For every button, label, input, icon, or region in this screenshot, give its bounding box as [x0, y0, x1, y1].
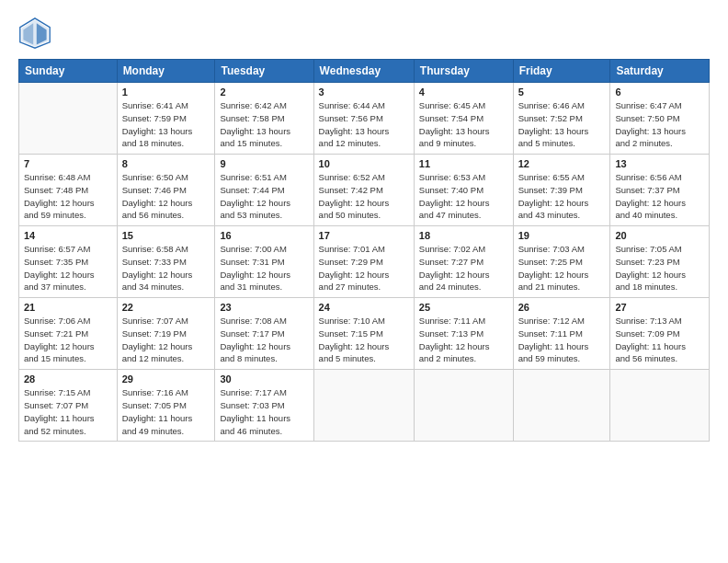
calendar-cell: 10Sunrise: 6:52 AM Sunset: 7:42 PM Dayli…: [313, 155, 414, 226]
day-info: Sunrise: 7:01 AM Sunset: 7:29 PM Dayligh…: [319, 243, 409, 293]
day-info: Sunrise: 6:56 AM Sunset: 7:37 PM Dayligh…: [615, 171, 704, 222]
day-info: Sunrise: 6:57 AM Sunset: 7:35 PM Dayligh…: [24, 243, 112, 293]
calendar-cell: 13Sunrise: 6:56 AM Sunset: 7:37 PM Dayli…: [610, 155, 710, 226]
calendar-header-cell: Saturday: [610, 60, 710, 83]
day-info: Sunrise: 6:44 AM Sunset: 7:56 PM Dayligh…: [319, 99, 409, 150]
calendar-cell: 16Sunrise: 7:00 AM Sunset: 7:31 PM Dayli…: [215, 226, 313, 298]
day-number: 27: [615, 302, 704, 313]
day-number: 30: [220, 373, 308, 385]
calendar-cell: 5Sunrise: 6:46 AM Sunset: 7:52 PM Daylig…: [513, 83, 610, 155]
day-info: Sunrise: 6:52 AM Sunset: 7:42 PM Dayligh…: [319, 171, 409, 222]
day-number: 18: [419, 230, 508, 241]
day-info: Sunrise: 7:07 AM Sunset: 7:19 PM Dayligh…: [122, 315, 210, 365]
week-row: 28Sunrise: 7:15 AM Sunset: 7:07 PM Dayli…: [19, 370, 710, 442]
calendar-header-cell: Sunday: [19, 60, 118, 83]
day-info: Sunrise: 7:10 AM Sunset: 7:15 PM Dayligh…: [319, 315, 409, 365]
day-info: Sunrise: 6:42 AM Sunset: 7:58 PM Dayligh…: [220, 99, 308, 150]
day-info: Sunrise: 7:03 AM Sunset: 7:25 PM Dayligh…: [518, 243, 606, 293]
day-info: Sunrise: 6:45 AM Sunset: 7:54 PM Dayligh…: [419, 99, 508, 150]
week-row: 1Sunrise: 6:41 AM Sunset: 7:59 PM Daylig…: [19, 83, 710, 155]
day-number: 4: [419, 86, 508, 98]
calendar-cell: [313, 370, 414, 442]
day-number: 15: [122, 230, 210, 241]
day-number: 17: [319, 230, 409, 241]
calendar-cell: 4Sunrise: 6:45 AM Sunset: 7:54 PM Daylig…: [414, 83, 513, 155]
calendar-cell: 17Sunrise: 7:01 AM Sunset: 7:29 PM Dayli…: [313, 226, 414, 298]
calendar-cell: 20Sunrise: 7:05 AM Sunset: 7:23 PM Dayli…: [610, 226, 710, 298]
day-number: 24: [319, 302, 409, 313]
day-number: 8: [122, 158, 210, 169]
day-number: 3: [319, 86, 409, 98]
calendar-header-cell: Monday: [117, 60, 215, 83]
calendar-cell: 22Sunrise: 7:07 AM Sunset: 7:19 PM Dayli…: [117, 298, 215, 370]
day-number: 21: [24, 302, 112, 313]
logo-icon: [18, 17, 51, 50]
day-number: 12: [518, 158, 606, 169]
day-info: Sunrise: 6:47 AM Sunset: 7:50 PM Dayligh…: [615, 99, 704, 150]
day-info: Sunrise: 7:05 AM Sunset: 7:23 PM Dayligh…: [615, 243, 704, 293]
day-number: 13: [615, 158, 704, 169]
calendar-cell: 19Sunrise: 7:03 AM Sunset: 7:25 PM Dayli…: [513, 226, 610, 298]
week-row: 21Sunrise: 7:06 AM Sunset: 7:21 PM Dayli…: [19, 298, 710, 370]
calendar-cell: 23Sunrise: 7:08 AM Sunset: 7:17 PM Dayli…: [215, 298, 313, 370]
day-info: Sunrise: 6:50 AM Sunset: 7:46 PM Dayligh…: [122, 171, 210, 222]
calendar-header-cell: Friday: [513, 60, 610, 83]
logo: [18, 17, 57, 50]
day-number: 25: [419, 302, 508, 313]
calendar-cell: [19, 83, 118, 155]
calendar-cell: [414, 370, 513, 442]
day-info: Sunrise: 7:11 AM Sunset: 7:13 PM Dayligh…: [419, 315, 508, 365]
day-number: 23: [220, 302, 308, 313]
day-info: Sunrise: 7:06 AM Sunset: 7:21 PM Dayligh…: [24, 315, 112, 365]
day-number: 7: [24, 158, 112, 169]
day-number: 9: [220, 158, 308, 169]
calendar-cell: 25Sunrise: 7:11 AM Sunset: 7:13 PM Dayli…: [414, 298, 513, 370]
day-info: Sunrise: 7:02 AM Sunset: 7:27 PM Dayligh…: [419, 243, 508, 293]
day-number: 1: [122, 86, 210, 98]
day-info: Sunrise: 7:12 AM Sunset: 7:11 PM Dayligh…: [518, 315, 606, 365]
calendar-header-cell: Tuesday: [215, 60, 313, 83]
day-number: 10: [319, 158, 409, 169]
calendar-table: SundayMondayTuesdayWednesdayThursdayFrid…: [18, 59, 710, 442]
day-info: Sunrise: 6:58 AM Sunset: 7:33 PM Dayligh…: [122, 243, 210, 293]
calendar-cell: 3Sunrise: 6:44 AM Sunset: 7:56 PM Daylig…: [313, 83, 414, 155]
day-info: Sunrise: 6:48 AM Sunset: 7:48 PM Dayligh…: [24, 171, 112, 222]
calendar-cell: 11Sunrise: 6:53 AM Sunset: 7:40 PM Dayli…: [414, 155, 513, 226]
calendar-cell: 27Sunrise: 7:13 AM Sunset: 7:09 PM Dayli…: [610, 298, 710, 370]
calendar-cell: [513, 370, 610, 442]
day-number: 5: [518, 86, 606, 98]
calendar-cell: 7Sunrise: 6:48 AM Sunset: 7:48 PM Daylig…: [19, 155, 118, 226]
day-info: Sunrise: 7:13 AM Sunset: 7:09 PM Dayligh…: [615, 315, 704, 365]
calendar-cell: 12Sunrise: 6:55 AM Sunset: 7:39 PM Dayli…: [513, 155, 610, 226]
calendar-cell: 1Sunrise: 6:41 AM Sunset: 7:59 PM Daylig…: [117, 83, 215, 155]
calendar-cell: 28Sunrise: 7:15 AM Sunset: 7:07 PM Dayli…: [19, 370, 118, 442]
calendar-cell: 14Sunrise: 6:57 AM Sunset: 7:35 PM Dayli…: [19, 226, 118, 298]
calendar-cell: 18Sunrise: 7:02 AM Sunset: 7:27 PM Dayli…: [414, 226, 513, 298]
calendar-cell: 24Sunrise: 7:10 AM Sunset: 7:15 PM Dayli…: [313, 298, 414, 370]
week-row: 7Sunrise: 6:48 AM Sunset: 7:48 PM Daylig…: [19, 155, 710, 226]
calendar-cell: 30Sunrise: 7:17 AM Sunset: 7:03 PM Dayli…: [215, 370, 313, 442]
calendar-cell: 21Sunrise: 7:06 AM Sunset: 7:21 PM Dayli…: [19, 298, 118, 370]
day-info: Sunrise: 7:17 AM Sunset: 7:03 PM Dayligh…: [220, 386, 308, 437]
calendar-cell: 29Sunrise: 7:16 AM Sunset: 7:05 PM Dayli…: [117, 370, 215, 442]
day-info: Sunrise: 7:15 AM Sunset: 7:07 PM Dayligh…: [24, 386, 112, 437]
day-info: Sunrise: 6:53 AM Sunset: 7:40 PM Dayligh…: [419, 171, 508, 222]
day-number: 28: [24, 373, 112, 385]
day-number: 16: [220, 230, 308, 241]
calendar-header-row: SundayMondayTuesdayWednesdayThursdayFrid…: [19, 60, 710, 83]
calendar-cell: 9Sunrise: 6:51 AM Sunset: 7:44 PM Daylig…: [215, 155, 313, 226]
day-number: 20: [615, 230, 704, 241]
calendar-cell: 8Sunrise: 6:50 AM Sunset: 7:46 PM Daylig…: [117, 155, 215, 226]
day-number: 19: [518, 230, 606, 241]
calendar-cell: 15Sunrise: 6:58 AM Sunset: 7:33 PM Dayli…: [117, 226, 215, 298]
day-info: Sunrise: 6:46 AM Sunset: 7:52 PM Dayligh…: [518, 99, 606, 150]
calendar-cell: 6Sunrise: 6:47 AM Sunset: 7:50 PM Daylig…: [610, 83, 710, 155]
day-number: 26: [518, 302, 606, 313]
day-info: Sunrise: 6:51 AM Sunset: 7:44 PM Dayligh…: [220, 171, 308, 222]
day-number: 11: [419, 158, 508, 169]
day-info: Sunrise: 6:41 AM Sunset: 7:59 PM Dayligh…: [122, 99, 210, 150]
day-number: 22: [122, 302, 210, 313]
calendar-header-cell: Wednesday: [313, 60, 414, 83]
day-info: Sunrise: 6:55 AM Sunset: 7:39 PM Dayligh…: [518, 171, 606, 222]
calendar-cell: [610, 370, 710, 442]
